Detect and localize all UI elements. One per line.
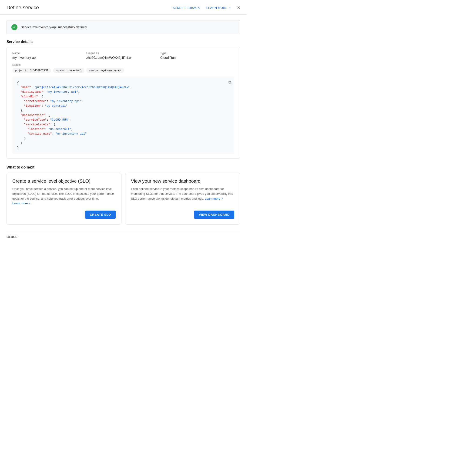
json-line: "serviceName": "my-inventory-api", [17,99,230,104]
json-line: "service_name": "my-inventory-api" [17,132,230,136]
create-slo-button[interactable]: CREATE SLO [85,211,116,219]
send-feedback-link[interactable]: SEND FEEDBACK [173,6,200,9]
unique-id-value: zhb6GzamQ1mWQK46j4RnLw [86,56,160,60]
service-details-title: Service details [7,40,240,44]
next-cards-container: Create a service level objective (SLO) O… [7,173,240,224]
unique-id-field: Unique ID zhb6GzamQ1mWQK46j4RnLw [86,51,160,60]
json-line: { [17,80,230,85]
name-value: my-inventory-api [12,56,86,60]
label-chip: service: my-inventory-api [86,68,124,73]
json-line: }, [17,108,230,113]
next-section-title: What to do next [7,165,240,170]
external-link-icon: ↗ [28,202,30,206]
footer: CLOSE [7,231,240,239]
json-line: } [17,136,230,141]
copy-icon[interactable]: ⧉ [228,79,231,86]
header-actions: SEND FEEDBACK LEARN MORE ↗ × [173,5,240,11]
close-link[interactable]: CLOSE [7,235,18,239]
header: Define service SEND FEEDBACK LEARN MORE … [0,0,247,15]
labels-row: project_id: 415458962931location: us-cen… [12,68,234,73]
labels-label: Labels [12,63,234,67]
json-line: "displayName": "my-inventory-api", [17,90,230,94]
labels-section: Labels project_id: 415458962931location:… [12,63,234,73]
json-line: } [17,145,230,150]
service-name-field: Name my-inventory-api [12,51,86,60]
next-card-footer: VIEW DASHBOARD [131,211,234,219]
external-link-icon: ↗ [228,6,231,9]
external-link-icon: ↗ [221,197,223,201]
learn-more-link-view-dashboard[interactable]: Learn more ↗ [205,196,223,201]
success-banner: Service my-inventory-api successfully de… [7,20,240,34]
next-card-footer: CREATE SLO [12,211,116,219]
view-dashboard-button[interactable]: VIEW DASHBOARD [194,211,234,219]
json-line: "location": "us-central1", [17,127,230,132]
json-line: "name": "projects/415458962931/services/… [17,85,230,90]
next-card-create-slo: Create a service level objective (SLO) O… [7,173,122,224]
page-title: Define service [7,5,39,11]
success-message: Service my-inventory-api successfully de… [21,25,88,29]
close-icon[interactable]: × [237,5,240,11]
json-line: "serviceType": "CLOUD_RUN", [17,118,230,122]
name-label: Name [12,51,86,55]
next-card-body: Once you have defined a service, you can… [12,187,116,206]
label-chip: location: us-central1 [53,68,84,73]
json-line: "serviceLabels": { [17,122,230,127]
service-details-card: Name my-inventory-api Unique ID zhb6Gzam… [7,47,240,159]
unique-id-label: Unique ID [86,51,160,55]
learn-more-link[interactable]: LEARN MORE ↗ [206,6,231,9]
type-field: Type Cloud Run [160,51,234,60]
next-card-view-dashboard: View your new service dashboard Each def… [125,173,240,224]
next-card-body: Each defined service in your metrics sco… [131,187,234,206]
next-card-title: View your new service dashboard [131,178,234,184]
type-value: Cloud Run [160,56,234,60]
type-label: Type [160,51,234,55]
json-code-block: ⧉ { "name": "projects/415458962931/servi… [12,77,234,154]
success-check-icon [11,24,18,30]
label-chip: project_id: 415458962931 [12,68,51,73]
service-fields-row: Name my-inventory-api Unique ID zhb6Gzam… [12,51,234,60]
what-to-do-next-section: What to do next Create a service level o… [7,165,240,224]
json-line: "cloudRun": { [17,94,230,99]
next-card-title: Create a service level objective (SLO) [12,178,116,184]
json-line: "location": "us-central1" [17,104,230,108]
json-line: "basicService": { [17,113,230,118]
learn-more-link-create-slo[interactable]: Learn more ↗ [12,201,30,206]
json-line: } [17,141,230,145]
